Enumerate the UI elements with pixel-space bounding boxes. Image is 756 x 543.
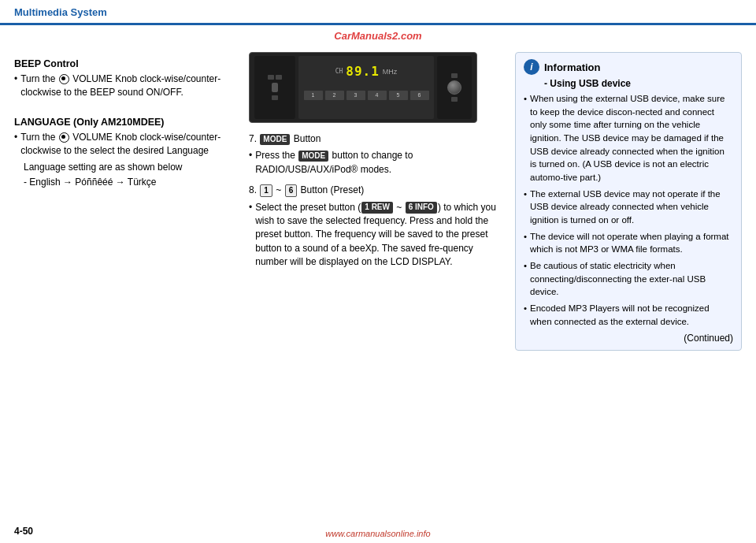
info-title: Information xyxy=(544,61,601,73)
footer: www.carmanualsonline.info xyxy=(0,524,756,543)
radio-presets: 1 2 3 4 5 6 xyxy=(304,91,429,100)
top-watermark: CarManuals2.com xyxy=(334,30,421,42)
preset-5: 5 xyxy=(389,91,408,100)
radio-btn xyxy=(268,75,274,80)
left-column: BEEP Control • Turn the VOLUME Knob cloc… xyxy=(14,52,235,541)
section1-bullet1: • Turn the VOLUME Knob clock-wise/counte… xyxy=(14,73,235,100)
item8: 8. 1 ~ 6 Button (Preset) xyxy=(249,184,501,197)
radio-mode-btn xyxy=(451,73,458,78)
info-subtitle: - Using USB device xyxy=(544,78,733,89)
radio-btn xyxy=(276,75,282,80)
header-bar: Multimedia System xyxy=(0,0,756,25)
section2-bullet1: • Turn the VOLUME Knob clock-wise/counte… xyxy=(14,131,235,158)
content-area: BEEP Control • Turn the VOLUME Knob cloc… xyxy=(0,43,756,541)
preset-1: 1 xyxy=(304,91,323,100)
radio-display: CH 89.1 MHz 1 2 3 4 5 6 xyxy=(298,56,434,119)
preset-badge-1: 1 xyxy=(260,184,272,198)
radio-right-btn xyxy=(451,97,458,102)
rew-badge: 1 REW xyxy=(361,202,393,214)
radio-right-panel xyxy=(437,56,472,119)
item8-bullet: • Select the preset button (1 REW ~ 6 IN… xyxy=(249,201,501,270)
section2-bullet1-text: Turn the VOLUME Knob clock-wise/counter-… xyxy=(20,131,235,158)
info-bullet-5: • Encoded MP3 Players will not be recogn… xyxy=(524,302,733,328)
info-badge: 6 INFO xyxy=(406,202,437,214)
section2-heading: LANGUAGE (Only AM210MDEE) xyxy=(14,117,235,128)
preset-2: 2 xyxy=(325,91,344,100)
info-icon: i xyxy=(524,59,539,75)
info-bullet-4: • Be cautious of static electricity when… xyxy=(524,259,733,299)
section2-sub1: Language setting are as shown below xyxy=(24,161,235,174)
section2-sub2: - English → Póññêéé → Türkçe xyxy=(24,176,235,189)
mode-badge2: MODE xyxy=(298,151,328,162)
bullet-dot2: • xyxy=(14,131,17,158)
item7-bullet: • Press the MODE button to change to RAD… xyxy=(249,149,501,177)
mode-badge: MODE xyxy=(260,134,290,146)
item7: 7. MODE Button xyxy=(249,132,501,146)
bullet-dot: • xyxy=(14,73,17,100)
section1-heading: BEEP Control xyxy=(14,58,235,69)
middle-column: CH 89.1 MHz 1 2 3 4 5 6 xyxy=(249,52,501,541)
footer-watermark: www.carmanualsonline.info xyxy=(325,529,430,538)
info-bullet-3: • The device will not operate when playi… xyxy=(524,230,733,256)
preset-6: 6 xyxy=(410,91,429,100)
section1-bullet1-text: Turn the VOLUME Knob clock-wise/counter-… xyxy=(20,73,235,100)
radio-unit: MHz xyxy=(383,68,398,76)
info-bullet-1: • When using the external USB device, ma… xyxy=(524,92,733,184)
info-box: i Information - Using USB device • When … xyxy=(515,52,742,351)
preset-4: 4 xyxy=(368,91,387,100)
radio-btn xyxy=(272,95,278,100)
radio-left-panel xyxy=(254,56,295,119)
continued-text: (Continued) xyxy=(684,333,733,344)
preset-badge-6: 6 xyxy=(285,184,298,198)
radio-frequency: 89.1 xyxy=(346,64,380,79)
radio-knob xyxy=(272,83,278,92)
header-title: Multimedia System xyxy=(14,6,107,18)
volume-knob-icon xyxy=(59,74,69,84)
preset-3: 3 xyxy=(346,91,365,100)
right-column: i Information - Using USB device • When … xyxy=(515,52,742,541)
info-box-header: i Information xyxy=(524,59,733,75)
radio-right-knob xyxy=(447,80,461,95)
radio-image: CH 89.1 MHz 1 2 3 4 5 6 xyxy=(249,52,477,123)
volume-knob-icon2 xyxy=(59,132,69,143)
info-bullet-2: • The external USB device may not operat… xyxy=(524,188,733,227)
